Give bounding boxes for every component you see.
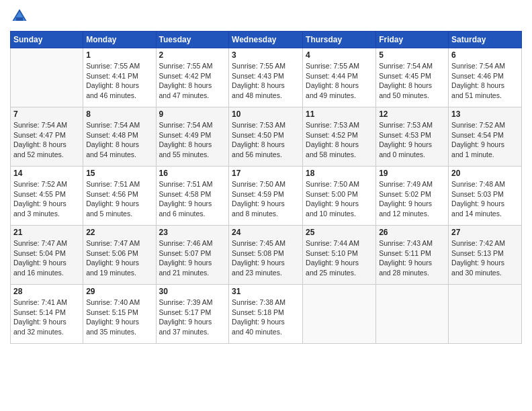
day-info: Sunrise: 7:53 AMSunset: 4:50 PMDaylight:… <box>232 120 300 160</box>
day-number: 8 <box>86 109 152 119</box>
calendar-cell: 13Sunrise: 7:52 AMSunset: 4:54 PMDayligh… <box>449 107 522 167</box>
day-info: Sunrise: 7:48 AMSunset: 5:03 PMDaylight:… <box>451 179 519 219</box>
calendar-cell: 5Sunrise: 7:54 AMSunset: 4:45 PMDaylight… <box>376 48 449 107</box>
day-info: Sunrise: 7:44 AMSunset: 5:10 PMDaylight:… <box>306 238 373 278</box>
day-info: Sunrise: 7:51 AMSunset: 4:56 PMDaylight:… <box>86 179 152 219</box>
calendar-cell: 8Sunrise: 7:54 AMSunset: 4:48 PMDaylight… <box>83 107 156 167</box>
calendar-cell: 28Sunrise: 7:41 AMSunset: 5:14 PMDayligh… <box>11 285 83 344</box>
weekday-header-wednesday: Wednesday <box>229 32 303 48</box>
day-info: Sunrise: 7:54 AMSunset: 4:46 PMDaylight:… <box>451 61 519 101</box>
day-info: Sunrise: 7:39 AMSunset: 5:17 PMDaylight:… <box>159 298 226 337</box>
calendar-cell: 2Sunrise: 7:55 AMSunset: 4:42 PMDaylight… <box>156 48 229 107</box>
week-row-1: 1Sunrise: 7:55 AMSunset: 4:41 PMDaylight… <box>11 48 522 107</box>
day-info: Sunrise: 7:55 AMSunset: 4:44 PMDaylight:… <box>306 61 373 101</box>
day-info: Sunrise: 7:45 AMSunset: 5:08 PMDaylight:… <box>232 238 300 278</box>
day-info: Sunrise: 7:47 AMSunset: 5:06 PMDaylight:… <box>86 238 152 278</box>
calendar-cell: 29Sunrise: 7:40 AMSunset: 5:15 PMDayligh… <box>83 285 156 344</box>
day-number: 17 <box>232 169 300 178</box>
day-number: 6 <box>451 50 519 60</box>
day-number: 19 <box>379 169 445 178</box>
day-info: Sunrise: 7:46 AMSunset: 5:07 PMDaylight:… <box>159 238 226 278</box>
day-info: Sunrise: 7:41 AMSunset: 5:14 PMDaylight:… <box>13 298 80 337</box>
day-number: 2 <box>159 50 226 60</box>
day-number: 28 <box>13 287 80 296</box>
day-number: 5 <box>379 50 445 60</box>
calendar-cell: 9Sunrise: 7:54 AMSunset: 4:49 PMDaylight… <box>156 107 229 167</box>
header <box>10 7 522 26</box>
calendar-cell: 3Sunrise: 7:55 AMSunset: 4:43 PMDaylight… <box>229 48 303 107</box>
day-info: Sunrise: 7:53 AMSunset: 4:53 PMDaylight:… <box>379 120 445 160</box>
day-info: Sunrise: 7:52 AMSunset: 4:54 PMDaylight:… <box>451 120 519 160</box>
svg-rect-2 <box>16 17 24 21</box>
calendar-cell <box>11 48 83 107</box>
day-number: 13 <box>451 109 519 119</box>
day-info: Sunrise: 7:53 AMSunset: 4:52 PMDaylight:… <box>306 120 373 160</box>
day-number: 22 <box>86 228 152 237</box>
day-info: Sunrise: 7:51 AMSunset: 4:58 PMDaylight:… <box>159 179 226 219</box>
day-info: Sunrise: 7:47 AMSunset: 5:04 PMDaylight:… <box>13 238 80 278</box>
calendar-cell <box>449 285 522 344</box>
calendar-cell: 17Sunrise: 7:50 AMSunset: 4:59 PMDayligh… <box>229 167 303 226</box>
calendar-cell: 12Sunrise: 7:53 AMSunset: 4:53 PMDayligh… <box>376 107 449 167</box>
day-info: Sunrise: 7:54 AMSunset: 4:48 PMDaylight:… <box>86 120 152 160</box>
weekday-header-saturday: Saturday <box>449 32 522 48</box>
weekday-header-tuesday: Tuesday <box>156 32 229 48</box>
day-number: 3 <box>232 50 300 60</box>
calendar-cell <box>376 285 449 344</box>
calendar-cell: 10Sunrise: 7:53 AMSunset: 4:50 PMDayligh… <box>229 107 303 167</box>
day-number: 30 <box>159 287 226 296</box>
day-number: 10 <box>232 109 300 119</box>
calendar-cell: 30Sunrise: 7:39 AMSunset: 5:17 PMDayligh… <box>156 285 229 344</box>
day-info: Sunrise: 7:54 AMSunset: 4:49 PMDaylight:… <box>159 120 226 160</box>
calendar-cell: 24Sunrise: 7:45 AMSunset: 5:08 PMDayligh… <box>229 226 303 285</box>
calendar-cell: 4Sunrise: 7:55 AMSunset: 4:44 PMDaylight… <box>303 48 376 107</box>
calendar-cell: 20Sunrise: 7:48 AMSunset: 5:03 PMDayligh… <box>449 167 522 226</box>
day-info: Sunrise: 7:55 AMSunset: 4:41 PMDaylight:… <box>86 61 152 101</box>
calendar-cell: 21Sunrise: 7:47 AMSunset: 5:04 PMDayligh… <box>11 226 83 285</box>
weekday-header-thursday: Thursday <box>303 32 376 48</box>
day-info: Sunrise: 7:38 AMSunset: 5:18 PMDaylight:… <box>232 298 300 337</box>
logo-icon <box>10 7 29 26</box>
day-info: Sunrise: 7:50 AMSunset: 4:59 PMDaylight:… <box>232 179 300 219</box>
calendar-cell: 27Sunrise: 7:42 AMSunset: 5:13 PMDayligh… <box>449 226 522 285</box>
day-number: 26 <box>379 228 445 237</box>
day-info: Sunrise: 7:40 AMSunset: 5:15 PMDaylight:… <box>86 298 152 337</box>
day-info: Sunrise: 7:42 AMSunset: 5:13 PMDaylight:… <box>451 238 519 278</box>
day-info: Sunrise: 7:49 AMSunset: 5:02 PMDaylight:… <box>379 179 445 219</box>
calendar-cell: 22Sunrise: 7:47 AMSunset: 5:06 PMDayligh… <box>83 226 156 285</box>
calendar-table: SundayMondayTuesdayWednesdayThursdayFrid… <box>10 31 522 344</box>
page: SundayMondayTuesdayWednesdayThursdayFrid… <box>0 0 532 411</box>
calendar-cell <box>303 285 376 344</box>
day-number: 4 <box>306 50 373 60</box>
day-number: 15 <box>86 169 152 178</box>
week-row-2: 7Sunrise: 7:54 AMSunset: 4:47 PMDaylight… <box>11 107 522 167</box>
calendar-cell: 11Sunrise: 7:53 AMSunset: 4:52 PMDayligh… <box>303 107 376 167</box>
calendar-cell: 31Sunrise: 7:38 AMSunset: 5:18 PMDayligh… <box>229 285 303 344</box>
day-number: 9 <box>159 109 226 119</box>
calendar-cell: 19Sunrise: 7:49 AMSunset: 5:02 PMDayligh… <box>376 167 449 226</box>
day-number: 29 <box>86 287 152 296</box>
day-number: 31 <box>232 287 300 296</box>
calendar-cell: 15Sunrise: 7:51 AMSunset: 4:56 PMDayligh… <box>83 167 156 226</box>
day-number: 12 <box>379 109 445 119</box>
day-info: Sunrise: 7:54 AMSunset: 4:45 PMDaylight:… <box>379 61 445 101</box>
calendar-cell: 7Sunrise: 7:54 AMSunset: 4:47 PMDaylight… <box>11 107 83 167</box>
day-number: 14 <box>13 169 80 178</box>
calendar-cell: 14Sunrise: 7:52 AMSunset: 4:55 PMDayligh… <box>11 167 83 226</box>
day-info: Sunrise: 7:54 AMSunset: 4:47 PMDaylight:… <box>13 120 80 160</box>
logo <box>10 7 32 26</box>
calendar-cell: 26Sunrise: 7:43 AMSunset: 5:11 PMDayligh… <box>376 226 449 285</box>
day-number: 7 <box>13 109 80 119</box>
day-number: 18 <box>306 169 373 178</box>
day-info: Sunrise: 7:43 AMSunset: 5:11 PMDaylight:… <box>379 238 445 278</box>
day-number: 27 <box>451 228 519 237</box>
week-row-4: 21Sunrise: 7:47 AMSunset: 5:04 PMDayligh… <box>11 226 522 285</box>
calendar-cell: 25Sunrise: 7:44 AMSunset: 5:10 PMDayligh… <box>303 226 376 285</box>
day-info: Sunrise: 7:52 AMSunset: 4:55 PMDaylight:… <box>13 179 80 219</box>
weekday-header-row: SundayMondayTuesdayWednesdayThursdayFrid… <box>11 32 522 48</box>
week-row-3: 14Sunrise: 7:52 AMSunset: 4:55 PMDayligh… <box>11 167 522 226</box>
day-number: 23 <box>159 228 226 237</box>
weekday-header-monday: Monday <box>83 32 156 48</box>
day-number: 20 <box>451 169 519 178</box>
day-info: Sunrise: 7:50 AMSunset: 5:00 PMDaylight:… <box>306 179 373 219</box>
